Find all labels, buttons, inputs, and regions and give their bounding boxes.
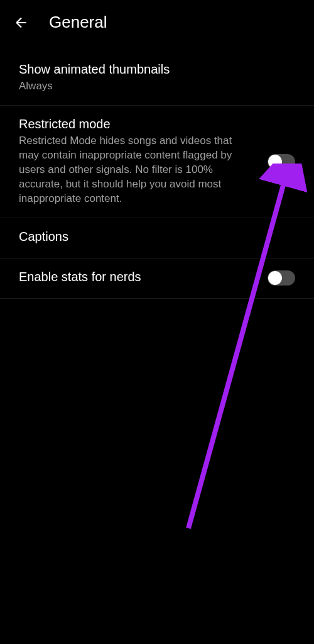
setting-content: Captions	[19, 230, 295, 247]
setting-subtitle: Restricted Mode hides songs and videos t…	[19, 134, 255, 206]
setting-content: Enable stats for nerds	[19, 270, 255, 287]
setting-title: Restricted mode	[19, 117, 255, 131]
toggle-knob	[268, 271, 282, 285]
stats-for-nerds-toggle[interactable]	[268, 270, 295, 286]
setting-subtitle: Always	[19, 79, 295, 94]
setting-title: Enable stats for nerds	[19, 270, 255, 284]
setting-content: Show animated thumbnails Always	[19, 62, 295, 94]
back-arrow-icon[interactable]	[13, 14, 30, 31]
settings-list: Show animated thumbnails Always Restrict…	[0, 45, 314, 299]
setting-stats-for-nerds[interactable]: Enable stats for nerds	[0, 258, 314, 299]
setting-title: Captions	[19, 230, 295, 244]
header: General	[0, 0, 314, 45]
setting-animated-thumbnails[interactable]: Show animated thumbnails Always	[0, 51, 314, 106]
toggle-knob	[268, 155, 282, 169]
page-title: General	[49, 13, 107, 32]
setting-captions[interactable]: Captions	[0, 218, 314, 258]
setting-restricted-mode[interactable]: Restricted mode Restricted Mode hides so…	[0, 106, 314, 218]
restricted-mode-toggle[interactable]	[268, 154, 295, 169]
setting-content: Restricted mode Restricted Mode hides so…	[19, 117, 255, 206]
setting-title: Show animated thumbnails	[19, 62, 295, 77]
